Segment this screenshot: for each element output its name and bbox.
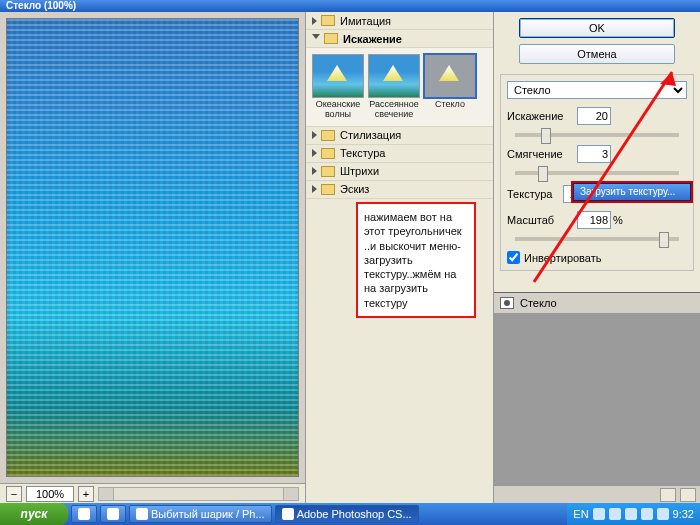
thumbnail-row: Океанские волны Рассеянное свечение Стек… bbox=[306, 48, 493, 127]
quick-launch-2[interactable] bbox=[100, 505, 126, 523]
tree-label: Штрихи bbox=[340, 165, 379, 177]
load-texture-menu-item[interactable]: Загрузить текстуру... bbox=[573, 183, 691, 201]
scale-row: Масштаб % bbox=[507, 211, 687, 229]
texture-label: Текстура bbox=[507, 188, 563, 200]
taskbar-app-1[interactable]: Выбитый шарик / Ph... bbox=[129, 505, 272, 523]
scale-slider[interactable] bbox=[515, 237, 679, 241]
tray-icon[interactable] bbox=[641, 508, 653, 520]
thumb-diffuse[interactable]: Рассеянное свечение bbox=[368, 54, 420, 120]
tree-sketch[interactable]: Эскиз bbox=[306, 181, 493, 199]
app-icon bbox=[78, 508, 90, 520]
expand-icon bbox=[312, 131, 317, 139]
expand-icon bbox=[312, 167, 317, 175]
scale-suffix: % bbox=[613, 214, 623, 226]
filter-settings-group: Стекло Искажение Смягчение Текстура Холс… bbox=[500, 74, 694, 271]
smoothness-label: Смягчение bbox=[507, 148, 577, 160]
preview-canvas[interactable] bbox=[6, 18, 299, 477]
invert-row: Инвертировать bbox=[507, 251, 687, 264]
taskbar: пуск Выбитый шарик / Ph... Adobe Photosh… bbox=[0, 503, 700, 525]
app-icon bbox=[107, 508, 119, 520]
smoothness-slider[interactable] bbox=[515, 171, 679, 175]
thumb-glass[interactable]: Стекло bbox=[424, 54, 476, 120]
window-title: Стекло (100%) bbox=[0, 0, 700, 12]
tree-imitation[interactable]: Имитация bbox=[306, 12, 493, 30]
tray-icon[interactable] bbox=[657, 508, 669, 520]
distortion-row: Искажение bbox=[507, 107, 687, 125]
taskbar-app-2[interactable]: Adobe Photoshop CS... bbox=[275, 505, 419, 523]
collapse-icon bbox=[312, 34, 320, 43]
folder-icon bbox=[321, 15, 335, 26]
preview-scrollbar[interactable] bbox=[98, 487, 299, 501]
smoothness-input[interactable] bbox=[577, 145, 611, 163]
new-effect-button[interactable] bbox=[660, 488, 676, 502]
zoom-value[interactable]: 100% bbox=[26, 486, 74, 502]
zoom-bar: − 100% + bbox=[0, 483, 305, 503]
folder-icon bbox=[324, 33, 338, 44]
invert-checkbox[interactable] bbox=[507, 251, 520, 264]
expand-icon bbox=[312, 17, 317, 25]
expand-icon bbox=[312, 185, 317, 193]
language-indicator[interactable]: EN bbox=[573, 508, 588, 520]
tree-label: Имитация bbox=[340, 15, 391, 27]
clock[interactable]: 9:32 bbox=[673, 508, 694, 520]
quick-launch-1[interactable] bbox=[71, 505, 97, 523]
zoom-in-button[interactable]: + bbox=[78, 486, 94, 502]
controls-pane: OK Отмена Стекло Искажение Смягчение Тек… bbox=[494, 12, 700, 503]
system-tray[interactable]: EN 9:32 bbox=[567, 503, 700, 525]
smoothness-row: Смягчение bbox=[507, 145, 687, 163]
tray-icon[interactable] bbox=[609, 508, 621, 520]
scale-input[interactable] bbox=[577, 211, 611, 229]
tray-icon[interactable] bbox=[625, 508, 637, 520]
thumb-ocean[interactable]: Океанские волны bbox=[312, 54, 364, 120]
filter-name-select[interactable]: Стекло bbox=[507, 81, 687, 99]
texture-row: Текстура Холст Загрузить текстуру... bbox=[507, 185, 687, 203]
tree-label: Текстура bbox=[340, 147, 385, 159]
expand-icon bbox=[312, 149, 317, 157]
effect-layer-label: Стекло bbox=[520, 297, 557, 309]
distortion-slider[interactable] bbox=[515, 133, 679, 137]
filter-tree-pane: Имитация Искажение Океанские волны Рассе… bbox=[306, 12, 494, 503]
workspace: − 100% + Имитация Искажение Океанские во… bbox=[0, 12, 700, 503]
invert-label: Инвертировать bbox=[524, 252, 601, 264]
tree-texture[interactable]: Текстура bbox=[306, 145, 493, 163]
tree-distortion[interactable]: Искажение bbox=[306, 30, 493, 48]
zoom-out-button[interactable]: − bbox=[6, 486, 22, 502]
tree-label: Эскиз bbox=[340, 183, 369, 195]
tray-icon[interactable] bbox=[593, 508, 605, 520]
ok-button[interactable]: OK bbox=[519, 18, 675, 38]
cancel-button[interactable]: Отмена bbox=[519, 44, 675, 64]
app-icon bbox=[282, 508, 294, 520]
annotation-box: нажимаем вот на этот треугольничек ..и в… bbox=[356, 202, 476, 318]
folder-icon bbox=[321, 148, 335, 159]
distortion-input[interactable] bbox=[577, 107, 611, 125]
effect-layers-pane: Стекло bbox=[494, 292, 700, 503]
app-icon bbox=[136, 508, 148, 520]
distortion-label: Искажение bbox=[507, 110, 577, 122]
folder-icon bbox=[321, 184, 335, 195]
scale-label: Масштаб bbox=[507, 214, 577, 226]
tree-label: Стилизация bbox=[340, 129, 401, 141]
tree-strokes[interactable]: Штрихи bbox=[306, 163, 493, 181]
effect-toolbar bbox=[494, 485, 700, 503]
tree-label: Искажение bbox=[343, 33, 402, 45]
folder-icon bbox=[321, 166, 335, 177]
folder-icon bbox=[321, 130, 335, 141]
start-button[interactable]: пуск bbox=[0, 503, 68, 525]
delete-effect-button[interactable] bbox=[680, 488, 696, 502]
effect-layer-item[interactable]: Стекло bbox=[494, 293, 700, 313]
preview-pane: − 100% + bbox=[0, 12, 306, 503]
tree-stylization[interactable]: Стилизация bbox=[306, 127, 493, 145]
eye-icon[interactable] bbox=[500, 297, 514, 309]
